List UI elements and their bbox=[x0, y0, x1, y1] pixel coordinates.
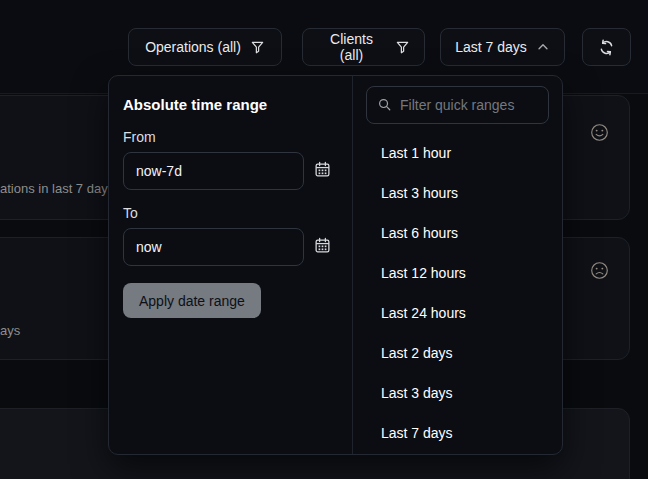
refresh-icon bbox=[598, 39, 615, 56]
from-label: From bbox=[123, 129, 338, 145]
time-range-label: Last 7 days bbox=[455, 39, 527, 55]
filter-funnel-icon bbox=[250, 40, 265, 55]
time-range-dropdown: Absolute time range From bbox=[108, 75, 563, 455]
stat-card-caption: ays bbox=[0, 323, 20, 338]
quick-range-option[interactable]: Last 6 hours bbox=[353, 213, 562, 253]
from-calendar-button[interactable] bbox=[314, 161, 331, 181]
to-calendar-button[interactable] bbox=[314, 237, 331, 257]
time-range-picker-button[interactable]: Last 7 days bbox=[440, 28, 565, 66]
quick-range-option[interactable]: Last 7 days bbox=[353, 413, 562, 453]
quick-range-option[interactable]: Last 24 hours bbox=[353, 293, 562, 333]
quick-range-option[interactable]: Last 2 days bbox=[353, 333, 562, 373]
quick-ranges-list: Last 1 hourLast 3 hoursLast 6 hoursLast … bbox=[353, 133, 562, 453]
quick-range-option[interactable]: Last 12 hours bbox=[353, 253, 562, 293]
stat-card-caption: ations in last 7 days bbox=[0, 181, 114, 196]
to-label: To bbox=[123, 205, 338, 221]
clients-filter-label: Clients (all) bbox=[317, 31, 386, 63]
dashboard-page: ations in last 7 days ays Operations (al… bbox=[0, 0, 648, 479]
quick-ranges-filter-input[interactable] bbox=[366, 86, 549, 124]
refresh-button[interactable] bbox=[582, 28, 631, 66]
filter-funnel-icon bbox=[395, 40, 410, 55]
absolute-time-range-section: Absolute time range From bbox=[109, 76, 353, 454]
quick-range-option[interactable]: Last 3 hours bbox=[353, 173, 562, 213]
calendar-icon bbox=[314, 237, 331, 257]
smiley-face-icon bbox=[590, 123, 609, 146]
quick-ranges-section: Last 1 hourLast 3 hoursLast 6 hoursLast … bbox=[353, 76, 562, 454]
operations-filter-button[interactable]: Operations (all) bbox=[128, 28, 282, 66]
clients-filter-button[interactable]: Clients (all) bbox=[302, 28, 425, 66]
to-input[interactable] bbox=[123, 228, 304, 266]
frown-face-icon bbox=[590, 261, 609, 284]
chevron-up-icon bbox=[536, 40, 550, 54]
quick-range-option[interactable]: Last 3 days bbox=[353, 373, 562, 413]
apply-date-range-button[interactable]: Apply date range bbox=[123, 283, 261, 318]
operations-filter-label: Operations (all) bbox=[145, 39, 241, 55]
calendar-icon bbox=[314, 161, 331, 181]
absolute-time-range-title: Absolute time range bbox=[123, 96, 338, 113]
quick-range-option[interactable]: Last 1 hour bbox=[353, 133, 562, 173]
from-input[interactable] bbox=[123, 152, 304, 190]
